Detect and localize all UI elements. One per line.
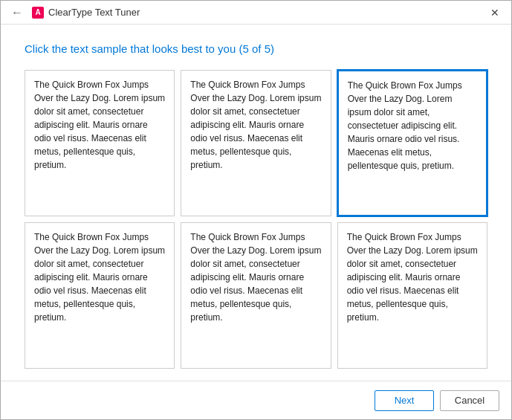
page-heading: Click the text sample that looks best to… (25, 42, 487, 55)
sample-card-5[interactable]: The Quick Brown Fox Jumps Over the Lazy … (181, 222, 331, 369)
window-title: ClearType Text Tuner (48, 7, 140, 18)
sample-card-3[interactable]: The Quick Brown Fox Jumps Over the Lazy … (337, 70, 487, 216)
sample-card-2[interactable]: The Quick Brown Fox Jumps Over the Lazy … (181, 70, 331, 216)
title-bar: ← A ClearType Text Tuner ✕ (1, 1, 511, 25)
main-window: ← A ClearType Text Tuner ✕ Click the tex… (0, 0, 512, 420)
sample-card-1[interactable]: The Quick Brown Fox Jumps Over the Lazy … (25, 70, 175, 216)
footer: Next Cancel (1, 381, 511, 419)
sample-grid: The Quick Brown Fox Jumps Over the Lazy … (25, 70, 487, 369)
sample-card-4[interactable]: The Quick Brown Fox Jumps Over the Lazy … (25, 222, 175, 369)
app-icon: A (32, 7, 44, 19)
sample-card-6[interactable]: The Quick Brown Fox Jumps Over the Lazy … (337, 222, 487, 369)
close-button[interactable]: ✕ (485, 2, 505, 23)
back-button[interactable]: ← (7, 4, 27, 21)
cancel-button[interactable]: Cancel (440, 390, 499, 411)
next-button[interactable]: Next (375, 390, 434, 411)
title-bar-left: ← A ClearType Text Tuner (7, 4, 140, 21)
main-content: Click the text sample that looks best to… (1, 25, 511, 381)
